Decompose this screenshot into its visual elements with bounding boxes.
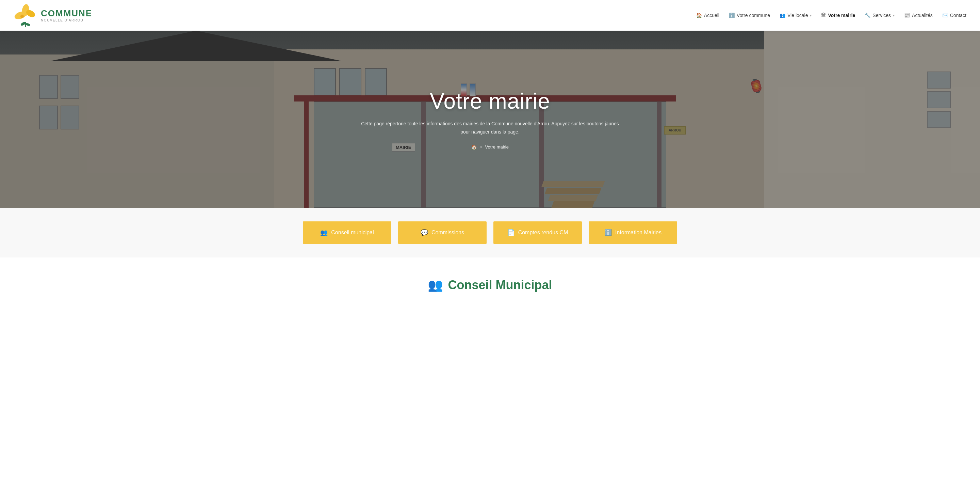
hero-description: Cette page répertorie toute les informat… xyxy=(357,120,623,136)
logo-commune-label: COMMUNE xyxy=(41,8,92,18)
hero-content: Votre mairie Cette page répertorie toute… xyxy=(344,89,636,150)
logo-text: COMMUNE NOUVELLE D'ARROU xyxy=(41,8,92,22)
conseil-section: 👥 Conseil Municipal xyxy=(0,257,980,306)
breadcrumb-separator: > xyxy=(480,144,482,150)
nav-label-services: Services xyxy=(872,13,891,18)
main-nav: 🏠 Accueil ℹ️ Votre commune 👥 Vie locale … xyxy=(696,13,966,18)
nav-label-votre-mairie: Votre mairie xyxy=(828,13,855,18)
comptes-rendus-icon: 📄 xyxy=(508,229,515,236)
nav-label-actualites: Actualités xyxy=(912,13,933,18)
nav-item-accueil[interactable]: 🏠 Accueil xyxy=(696,13,719,18)
nav-label-vie-locale: Vie locale xyxy=(788,13,808,18)
nav-icon-vie-locale: 👥 xyxy=(780,13,785,18)
information-mairies-icon: ℹ️ xyxy=(605,229,612,236)
nav-item-votre-mairie[interactable]: 🏛 Votre mairie xyxy=(821,13,855,18)
comptes-rendus-label: Comptes rendus CM xyxy=(518,230,568,236)
quick-buttons-row: 👥 Conseil municipal 💬 Commissions 📄 Comp… xyxy=(0,208,980,257)
site-header: COMMUNE NOUVELLE D'ARROU 🏠 Accueil ℹ️ Vo… xyxy=(0,0,980,30)
conseil-municipal-button[interactable]: 👥 Conseil municipal xyxy=(303,221,391,244)
logo-sub-label: NOUVELLE D'ARROU xyxy=(41,18,92,22)
logo[interactable]: COMMUNE NOUVELLE D'ARROU xyxy=(14,3,92,27)
comptes-rendus-button[interactable]: 📄 Comptes rendus CM xyxy=(493,221,582,244)
commissions-button[interactable]: 💬 Commissions xyxy=(398,221,487,244)
logo-icon xyxy=(14,3,37,27)
conseil-municipal-icon: 👥 xyxy=(320,229,328,236)
nav-label-votre-commune: Votre commune xyxy=(737,13,770,18)
conseil-section-title: 👥 Conseil Municipal xyxy=(27,278,953,292)
conseil-section-text: Conseil Municipal xyxy=(448,278,552,292)
nav-chevron-services: ▾ xyxy=(893,14,894,18)
nav-chevron-vie-locale: ▾ xyxy=(810,14,811,18)
nav-icon-accueil: 🏠 xyxy=(696,13,702,18)
nav-icon-votre-mairie: 🏛 xyxy=(821,13,826,18)
commissions-label: Commissions xyxy=(431,230,464,236)
information-mairies-label: Information Mairies xyxy=(615,230,662,236)
conseil-municipal-label: Conseil municipal xyxy=(331,230,374,236)
breadcrumb: 🏠 > Votre mairie xyxy=(357,144,623,150)
hero-section: MAIRIE 🏮 ARROU Votre mairie Cette page r… xyxy=(0,30,980,208)
nav-icon-votre-commune: ℹ️ xyxy=(729,13,735,18)
conseil-section-icon: 👥 xyxy=(428,278,443,292)
breadcrumb-home-icon[interactable]: 🏠 xyxy=(471,144,477,150)
nav-icon-services: 🔧 xyxy=(865,13,870,18)
nav-icon-contact: ✉️ xyxy=(942,13,948,18)
svg-point-6 xyxy=(21,14,24,18)
svg-point-5 xyxy=(25,22,30,26)
nav-label-contact: Contact xyxy=(950,13,966,18)
nav-item-vie-locale[interactable]: 👥 Vie locale ▾ xyxy=(780,13,811,18)
commissions-icon: 💬 xyxy=(421,229,428,236)
nav-item-services[interactable]: 🔧 Services ▾ xyxy=(865,13,894,18)
nav-item-actualites[interactable]: 📰 Actualités xyxy=(904,13,933,18)
nav-icon-actualites: 📰 xyxy=(904,13,910,18)
information-mairies-button[interactable]: ℹ️ Information Mairies xyxy=(589,221,677,244)
nav-label-accueil: Accueil xyxy=(704,13,719,18)
nav-item-contact[interactable]: ✉️ Contact xyxy=(942,13,966,18)
nav-item-votre-commune[interactable]: ℹ️ Votre commune xyxy=(729,13,770,18)
hero-title: Votre mairie xyxy=(357,89,623,114)
breadcrumb-current-page: Votre mairie xyxy=(485,144,509,150)
